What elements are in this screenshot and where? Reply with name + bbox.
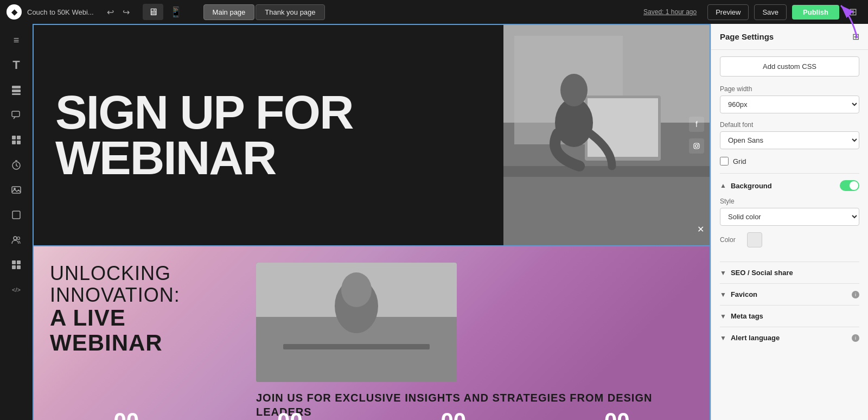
redo-button[interactable]: ↪	[119, 5, 133, 20]
topbar-grid-button[interactable]: ⊞	[845, 4, 861, 20]
add-custom-css-button[interactable]: Add custom CSS	[720, 56, 859, 77]
sidebar-timer-icon[interactable]	[5, 154, 27, 176]
svg-point-29	[698, 144, 699, 145]
seo-chevron: ▼	[720, 269, 726, 277]
sidebar-widget-icon[interactable]	[5, 254, 27, 276]
number-item-4: 00	[604, 408, 630, 420]
bottom-section: UNLOCKING INNOVATION: A LIVE WEBINAR	[33, 246, 711, 420]
svg-rect-3	[12, 111, 20, 117]
page-tabs: Main page Thank you page	[203, 4, 325, 20]
sidebar-code-icon[interactable]: </>	[5, 279, 27, 301]
social-icons-group: f	[689, 117, 704, 154]
svg-rect-1	[12, 90, 21, 92]
alert-language-chevron: ▼	[720, 334, 726, 342]
panel-grid-icon[interactable]: ⊞	[852, 31, 859, 42]
background-accordion-title: Background	[731, 182, 840, 190]
svg-rect-15	[17, 260, 21, 264]
close-icon[interactable]: ✕	[697, 224, 704, 234]
page-width-select[interactable]: 960px	[720, 96, 859, 113]
svg-rect-2	[12, 93, 21, 95]
svg-point-28	[695, 145, 698, 148]
background-toggle[interactable]	[840, 180, 859, 191]
bottom-right-content: JOIN US FOR EXCLUSIVE INSIGHTS AND STRAT…	[240, 246, 710, 420]
bottom-left-text: UNLOCKING INNOVATION: A LIVE WEBINAR	[34, 246, 240, 420]
meta-tags-accordion-title: Meta tags	[731, 312, 859, 320]
svg-rect-6	[12, 141, 16, 144]
desktop-view-button[interactable]: 🖥	[143, 4, 163, 20]
default-font-label: Default font	[720, 121, 859, 129]
alert-language-info-icon[interactable]: i	[852, 334, 859, 342]
saved-status[interactable]: Saved: 1 hour ago	[643, 8, 697, 16]
canvas-area: SIGN UP FOR WEBINAR	[33, 24, 711, 420]
meta-tags-chevron: ▼	[720, 313, 726, 320]
mobile-view-button[interactable]: 📱	[164, 4, 187, 20]
svg-point-13	[17, 237, 20, 240]
svg-rect-4	[12, 136, 16, 139]
svg-rect-11	[12, 211, 20, 219]
background-accordion-header[interactable]: ▲ Background	[720, 174, 859, 198]
facebook-icon[interactable]: f	[689, 117, 704, 132]
background-color-label: Color	[720, 236, 742, 244]
save-button[interactable]: Save	[754, 4, 787, 20]
background-accordion-body: Style Solid color Color	[720, 198, 859, 262]
seo-accordion-header[interactable]: ▼ SEO / Social share	[720, 262, 859, 283]
favicon-chevron: ▼	[720, 291, 726, 298]
alert-language-accordion-title: Alert language	[731, 334, 850, 342]
svg-rect-5	[17, 136, 21, 139]
sidebar-sections-icon[interactable]	[5, 129, 27, 151]
hero-text-block: SIGN UP FOR WEBINAR	[34, 25, 503, 245]
preview-button[interactable]: Preview	[707, 4, 749, 20]
svg-rect-7	[17, 141, 21, 144]
svg-rect-16	[12, 265, 16, 269]
seo-accordion: ▼ SEO / Social share	[720, 262, 859, 283]
sidebar-text-icon[interactable]: T	[5, 54, 27, 76]
topbar: ◆ Couch to 50K Webi... ↩ ↪ 🖥 📱 Main page…	[0, 0, 868, 24]
default-font-select[interactable]: Open Sans	[720, 131, 859, 149]
sidebar-layout-icon[interactable]	[5, 79, 27, 101]
sidebar-users-icon[interactable]	[5, 229, 27, 251]
page-preview: SIGN UP FOR WEBINAR	[33, 24, 711, 420]
right-panel-header: Page Settings ⊞	[711, 24, 868, 50]
svg-rect-9	[12, 187, 21, 193]
svg-point-12	[14, 237, 17, 240]
meta-tags-accordion-header[interactable]: ▼ Meta tags	[720, 306, 859, 327]
sidebar-chat-icon[interactable]	[5, 104, 27, 126]
svg-rect-0	[12, 86, 21, 88]
numbers-row: 00 00 00 00	[34, 399, 710, 420]
svg-rect-24	[588, 98, 658, 157]
background-style-select[interactable]: Solid color	[720, 208, 859, 226]
bottom-portrait-image	[256, 263, 457, 382]
sidebar-box-icon[interactable]	[5, 204, 27, 226]
background-style-row: Style Solid color	[720, 198, 859, 226]
background-color-swatch[interactable]	[747, 232, 762, 247]
publish-button[interactable]: Publish	[792, 5, 839, 20]
svg-rect-17	[17, 265, 21, 269]
hero-image	[503, 25, 710, 245]
instagram-icon[interactable]	[689, 138, 704, 154]
undo-redo-group: ↩ ↪	[104, 5, 133, 20]
hero-section: SIGN UP FOR WEBINAR	[33, 24, 711, 246]
grid-checkbox-label: Grid	[733, 157, 746, 166]
grid-checkbox-row: Grid	[720, 157, 859, 166]
hero-title: SIGN UP FOR WEBINAR	[55, 90, 482, 180]
alert-language-accordion-header[interactable]: ▼ Alert language i	[720, 327, 859, 348]
right-panel-body: Add custom CSS Page width 960px Default …	[711, 50, 868, 420]
left-sidebar: ≡ T </>	[0, 24, 33, 420]
alert-language-accordion: ▼ Alert language i	[720, 327, 859, 348]
undo-button[interactable]: ↩	[104, 5, 117, 20]
thank-you-page-tab[interactable]: Thank you page	[256, 4, 324, 20]
grid-checkbox[interactable]	[720, 157, 729, 166]
meta-tags-accordion: ▼ Meta tags	[720, 305, 859, 327]
svg-point-34	[341, 272, 372, 307]
sidebar-image-icon[interactable]	[5, 179, 27, 201]
main-page-tab[interactable]: Main page	[203, 4, 255, 20]
background-accordion: ▲ Background Style Solid color Color	[720, 173, 859, 262]
page-width-row: Page width 960px	[720, 85, 859, 113]
sidebar-menu-icon[interactable]: ≡	[5, 29, 27, 51]
favicon-accordion-header[interactable]: ▼ Favicon i	[720, 284, 859, 305]
number-item-1: 00	[113, 408, 139, 420]
svg-rect-22	[503, 166, 710, 177]
right-panel: Page Settings ⊞ Add custom CSS Page widt…	[711, 24, 868, 420]
favicon-info-icon[interactable]: i	[852, 291, 859, 298]
bottom-headline: UNLOCKING INNOVATION: A LIVE WEBINAR	[50, 263, 224, 356]
